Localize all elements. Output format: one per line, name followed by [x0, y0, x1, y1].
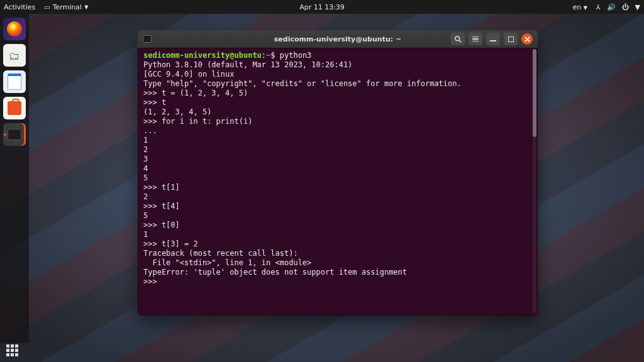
folder-icon: 🗂: [9, 49, 20, 62]
dock-app-writer[interactable]: [3, 70, 26, 93]
window-title: sedicomm-university@ubuntu: ~: [274, 35, 401, 43]
activities-button[interactable]: Activities: [4, 3, 35, 11]
close-icon: [525, 36, 530, 42]
dock-app-terminal[interactable]: [3, 123, 26, 146]
power-icon: ⏻: [622, 3, 629, 11]
system-status-area[interactable]: ⅄ 🔊 ⏻ ▼: [596, 3, 640, 11]
app-menu[interactable]: ▭ Terminal ▼: [44, 3, 88, 11]
maximize-icon: [508, 36, 514, 42]
close-button[interactable]: [521, 33, 533, 45]
show-applications-button[interactable]: [6, 344, 19, 357]
running-indicator-icon: [4, 133, 6, 136]
dock-app-files[interactable]: 🗂: [3, 44, 26, 67]
scrollbar-thumb[interactable]: [533, 49, 536, 137]
chevron-down-icon: ▼: [84, 4, 88, 10]
search-icon: [454, 35, 462, 43]
volume-icon: 🔊: [607, 3, 616, 11]
lang-indicator[interactable]: en ▼: [572, 3, 587, 11]
minimize-button[interactable]: [486, 33, 500, 45]
hamburger-menu-button[interactable]: [469, 33, 482, 45]
menu-icon: [472, 36, 479, 42]
window-title-bar[interactable]: sedicomm-university@ubuntu: ~: [138, 30, 538, 48]
top-bar: Activities ▭ Terminal ▼ Apr 11 13:39 en …: [0, 0, 644, 14]
dock: 🗂: [0, 14, 29, 343]
scrollbar[interactable]: [533, 49, 536, 313]
clock[interactable]: Apr 11 13:39: [299, 3, 345, 11]
app-menu-label: Terminal: [53, 3, 82, 11]
terminal-app-icon: [143, 35, 152, 43]
chevron-down-icon: ▼: [635, 3, 640, 11]
firefox-icon: [7, 21, 22, 36]
search-button[interactable]: [451, 33, 465, 45]
network-icon: ⅄: [596, 3, 601, 11]
terminal-body[interactable]: sedicomm-university@ubuntu:~$ python3 Py…: [138, 48, 538, 315]
terminal-window: sedicomm-university@ubuntu: ~ sedicomm-u…: [138, 30, 538, 315]
svg-point-0: [455, 36, 460, 41]
chevron-down-icon: ▼: [584, 5, 587, 11]
terminal-app-icon: ▭: [44, 4, 50, 11]
document-icon: [8, 74, 21, 90]
svg-line-1: [459, 40, 461, 42]
minimize-icon: [490, 40, 496, 41]
dock-app-software[interactable]: [3, 97, 26, 119]
shopping-bag-icon: [8, 101, 21, 115]
dock-app-firefox[interactable]: [3, 18, 26, 40]
maximize-button[interactable]: [504, 33, 518, 45]
terminal-icon: [8, 129, 21, 140]
